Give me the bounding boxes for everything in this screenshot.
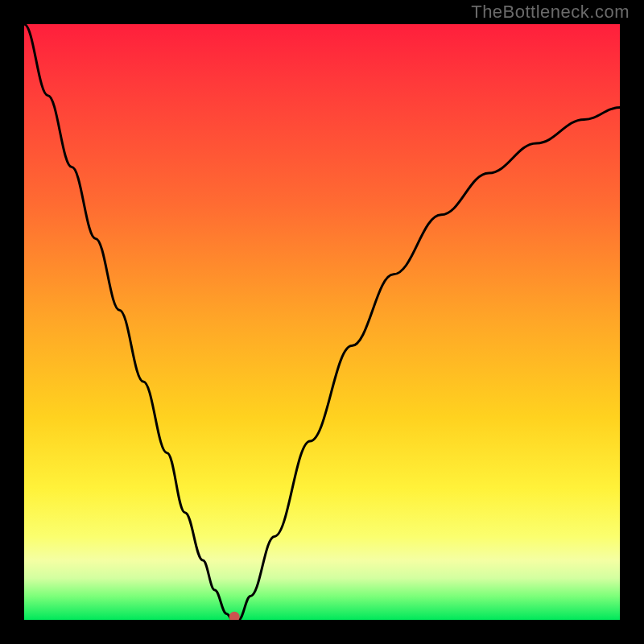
watermark-text: TheBottleneck.com (471, 2, 630, 23)
chart-frame: TheBottleneck.com (0, 0, 644, 644)
bottleneck-curve (24, 24, 620, 620)
plot-area (24, 24, 620, 620)
curve-svg (24, 24, 620, 620)
minimum-marker (229, 612, 240, 620)
